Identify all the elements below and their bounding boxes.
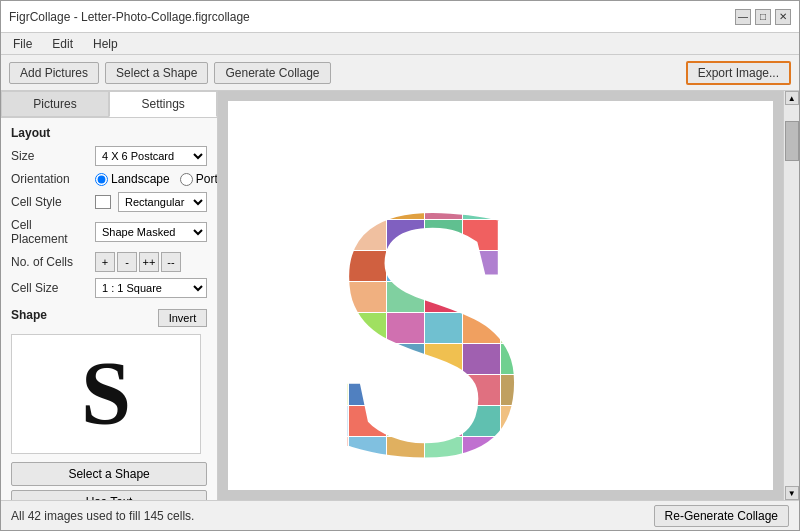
scrollbar-thumb[interactable] xyxy=(785,121,799,161)
svg-rect-77 xyxy=(539,313,576,343)
svg-rect-78 xyxy=(577,313,614,343)
svg-rect-4 xyxy=(425,101,462,126)
svg-rect-80 xyxy=(653,313,690,343)
num-cells-subtract-many[interactable]: -- xyxy=(161,252,181,272)
size-select[interactable]: 4 X 6 Postcard xyxy=(95,146,207,166)
svg-rect-130 xyxy=(653,468,690,491)
select-shape-button[interactable]: Select a Shape xyxy=(105,62,208,84)
shape-preview: S xyxy=(11,334,201,454)
svg-rect-87 xyxy=(539,344,576,374)
export-image-button[interactable]: Export Image... xyxy=(686,61,791,85)
cell-style-label: Cell Style xyxy=(11,195,91,209)
svg-rect-60 xyxy=(653,251,690,281)
scrollbar-up-arrow[interactable]: ▲ xyxy=(785,91,799,105)
svg-rect-28 xyxy=(577,158,614,188)
sidebar: Pictures Settings Layout Size 4 X 6 Post… xyxy=(1,91,218,500)
menu-edit[interactable]: Edit xyxy=(48,36,77,52)
svg-rect-119 xyxy=(615,437,652,467)
svg-rect-30 xyxy=(653,158,690,188)
svg-rect-3 xyxy=(387,101,424,126)
minimize-button[interactable]: — xyxy=(735,9,751,25)
portrait-radio[interactable] xyxy=(180,173,193,186)
maximize-button[interactable]: □ xyxy=(755,9,771,25)
main-content: Pictures Settings Layout Size 4 X 6 Post… xyxy=(1,91,799,500)
settings-panel: Layout Size 4 X 6 Postcard Orientation L… xyxy=(1,118,217,500)
num-cells-subtract-one[interactable]: - xyxy=(117,252,137,272)
cell-size-row: Cell Size 1 : 1 Square xyxy=(11,278,207,298)
num-cells-add-many[interactable]: ++ xyxy=(139,252,159,272)
svg-rect-118 xyxy=(577,437,614,467)
close-button[interactable]: ✕ xyxy=(775,9,791,25)
svg-rect-10 xyxy=(653,101,690,126)
scrollbar-down-arrow[interactable]: ▼ xyxy=(785,486,799,500)
svg-rect-50 xyxy=(653,220,690,250)
collage-canvas: S xyxy=(228,101,773,490)
svg-rect-9 xyxy=(615,101,652,126)
svg-rect-110 xyxy=(653,406,690,436)
svg-rect-27 xyxy=(539,158,576,188)
shape-letter-display: S xyxy=(81,349,131,439)
svg-rect-128 xyxy=(577,468,614,491)
svg-rect-17 xyxy=(539,127,576,157)
shape-section: Shape Invert S Select a Shape Use Text U… xyxy=(11,308,207,500)
svg-rect-70 xyxy=(653,282,690,312)
svg-rect-127 xyxy=(539,468,576,491)
num-cells-add-one[interactable]: + xyxy=(95,252,115,272)
num-cells-label: No. of Cells xyxy=(11,255,91,269)
cell-placement-select[interactable]: Shape Masked xyxy=(95,222,207,242)
svg-rect-99 xyxy=(615,375,652,405)
svg-rect-40 xyxy=(653,189,690,219)
svg-rect-67 xyxy=(539,282,576,312)
svg-rect-129 xyxy=(615,468,652,491)
use-text-button[interactable]: Use Text xyxy=(11,490,207,500)
status-message: All 42 images used to fill 145 cells. xyxy=(11,509,194,523)
landscape-radio[interactable] xyxy=(95,173,108,186)
cell-size-label: Cell Size xyxy=(11,281,91,295)
portrait-radio-label[interactable]: Portrait xyxy=(180,172,217,186)
size-label: Size xyxy=(11,149,91,163)
tab-settings[interactable]: Settings xyxy=(109,91,217,117)
svg-rect-1 xyxy=(311,101,348,126)
svg-rect-29 xyxy=(615,158,652,188)
tab-pictures[interactable]: Pictures xyxy=(1,91,109,117)
svg-rect-100 xyxy=(653,375,690,405)
svg-rect-108 xyxy=(577,406,614,436)
cell-style-select[interactable]: Rectangular xyxy=(118,192,207,212)
svg-rect-48 xyxy=(577,220,614,250)
collage-svg: S xyxy=(311,101,691,490)
landscape-radio-label[interactable]: Landscape xyxy=(95,172,170,186)
svg-rect-97 xyxy=(539,375,576,405)
menu-help[interactable]: Help xyxy=(89,36,122,52)
svg-rect-38 xyxy=(577,189,614,219)
window-controls: — □ ✕ xyxy=(735,9,791,25)
cell-placement-label: Cell Placement xyxy=(11,218,91,246)
vertical-scrollbar: ▲ ▼ xyxy=(783,91,799,500)
cell-style-preview-icon xyxy=(95,195,111,209)
size-row: Size 4 X 6 Postcard xyxy=(11,146,207,166)
svg-rect-39 xyxy=(615,189,652,219)
generate-collage-button[interactable]: Generate Collage xyxy=(214,62,330,84)
select-shape-sidebar-button[interactable]: Select a Shape xyxy=(11,462,207,486)
orientation-label: Orientation xyxy=(11,172,91,186)
svg-rect-7 xyxy=(539,101,576,126)
title-bar: FigrCollage - Letter-Photo-Collage.figrc… xyxy=(1,1,799,33)
svg-rect-19 xyxy=(615,127,652,157)
svg-rect-79 xyxy=(615,313,652,343)
orientation-group: Landscape Portrait xyxy=(95,172,217,186)
main-window: FigrCollage - Letter-Photo-Collage.figrc… xyxy=(0,0,800,531)
menu-file[interactable]: File xyxy=(9,36,36,52)
num-cells-controls: + - ++ -- xyxy=(95,252,181,272)
svg-rect-49 xyxy=(615,220,652,250)
svg-rect-88 xyxy=(577,344,614,374)
invert-button[interactable]: Invert xyxy=(158,309,208,327)
svg-rect-20 xyxy=(653,127,690,157)
regenerate-collage-button[interactable]: Re-Generate Collage xyxy=(654,505,789,527)
cell-size-select[interactable]: 1 : 1 Square xyxy=(95,278,207,298)
sidebar-tabs: Pictures Settings xyxy=(1,91,217,118)
svg-rect-120 xyxy=(653,437,690,467)
shape-section-title: Shape xyxy=(11,308,47,322)
cell-placement-row: Cell Placement Shape Masked xyxy=(11,218,207,246)
svg-rect-59 xyxy=(615,251,652,281)
add-pictures-button[interactable]: Add Pictures xyxy=(9,62,99,84)
svg-rect-8 xyxy=(577,101,614,126)
